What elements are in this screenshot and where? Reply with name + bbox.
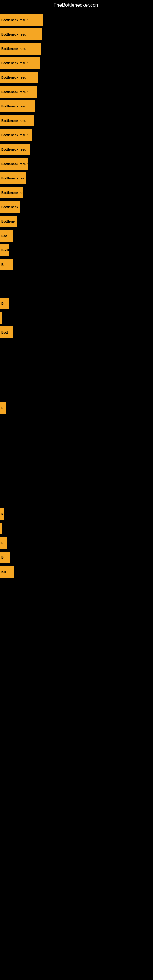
bar-label-3: Bottleneck result [1,47,29,51]
gap-2 [0,340,153,401]
bars-section: Bottleneck result Bottleneck result Bott… [0,10,153,579]
bar-row-14: Bottleneck r [0,200,153,215]
bottleneck-bar-12: Bottleneck res [0,172,26,184]
bar-row-7: Bottleneck result [0,99,153,114]
bar-row-5: Bottleneck result [0,70,153,85]
bar-label-23: E [1,512,3,516]
bar-row-27: Bo [0,565,153,579]
bar-row-4: Bottleneck result [0,56,153,70]
bar-row-10: Bottleneck result [0,142,153,157]
bottleneck-bar-6: Bottleneck result [0,86,37,98]
bar-row-13: Bottleneck re [0,186,153,200]
bar-label-1: Bottleneck result [1,18,29,22]
bar-label-19: B [1,302,4,305]
bar-row-25: E [0,536,153,550]
bottleneck-bar-18: B [0,259,13,270]
bar-label-17: Bottlen [1,248,9,252]
bar-row-11: Bottleneck result [0,157,153,171]
bottleneck-bar-23: E [0,508,4,520]
bar-label-14: Bottleneck r [1,205,20,209]
site-title: TheBottlenecker.com [0,0,153,10]
bar-row-19: B [0,296,153,311]
gap-1 [0,272,153,296]
bottleneck-bar-21: Bott [0,326,13,338]
bar-row-21: Bott [0,325,153,340]
bar-row-20 [0,311,153,325]
bottleneck-bar-7: Bottleneck result [0,100,35,112]
bottleneck-bar-2: Bottleneck result [0,29,42,40]
site-header: TheBottlenecker.com [0,0,153,10]
bottleneck-bar-26: B [0,552,10,563]
bar-row-16: Bot [0,229,153,243]
bar-label-6: Bottleneck result [1,90,29,94]
bottleneck-bar-15: Bottlene [0,216,16,227]
bar-label-2: Bottleneck result [1,32,29,36]
bar-row-3: Bottleneck result [0,41,153,56]
bar-row-8: Bottleneck result [0,114,153,128]
bottleneck-bar-22: E [0,402,5,414]
bar-row-17: Bottlen [0,243,153,258]
bar-label-8: Bottleneck result [1,119,29,123]
bar-label-10: Bottleneck result [1,148,29,151]
bar-label-18: B [1,263,4,266]
bottleneck-bar-24 [0,523,2,535]
bar-row-6: Bottleneck result [0,85,153,99]
bar-row-24 [0,522,153,536]
bar-label-16: Bot [1,234,7,238]
bar-label-9: Bottleneck result [1,133,29,137]
bottleneck-bar-10: Bottleneck result [0,144,30,155]
bottleneck-bar-16: Bot [0,230,13,242]
bar-label-27: Bo [1,570,6,574]
bar-row-26: B [0,550,153,565]
bottleneck-bar-20 [0,312,2,324]
bottleneck-bar-14: Bottleneck r [0,201,20,213]
bottleneck-bar-3: Bottleneck result [0,43,41,54]
bar-label-13: Bottleneck re [1,191,22,194]
bar-label-4: Bottleneck result [1,61,29,65]
bar-label-11: Bottleneck result [1,162,28,166]
bar-label-25: E [1,541,3,545]
bottleneck-bar-9: Bottleneck result [0,129,32,141]
bottleneck-bar-4: Bottleneck result [0,57,40,69]
bar-label-21: Bott [1,331,8,334]
bottleneck-bar-25: E [0,537,7,549]
bar-row-23: E [0,507,153,522]
bar-row-18: B [0,258,153,272]
bottleneck-bar-11: Bottleneck result [0,158,28,170]
bottleneck-bar-19: B [0,298,9,309]
bar-label-5: Bottleneck result [1,76,29,79]
bottleneck-bar-13: Bottleneck re [0,187,23,199]
bottleneck-bar-17: Bottlen [0,244,9,256]
bar-label-7: Bottleneck result [1,105,29,108]
bar-label-22: E [1,406,3,410]
bar-row-9: Bottleneck result [0,128,153,142]
bar-row-2: Bottleneck result [0,27,153,41]
bar-row-22: E [0,401,153,415]
bar-label-12: Bottleneck res [1,177,24,180]
gap-3 [0,415,153,507]
bottleneck-bar-5: Bottleneck result [0,72,38,83]
bar-row-15: Bottlene [0,215,153,229]
bottleneck-bar-8: Bottleneck result [0,115,33,126]
bottleneck-bar-27: Bo [0,566,14,578]
bar-row-1: Bottleneck result [0,13,153,27]
bar-label-26: B [1,555,4,559]
bar-label-15: Bottlene [1,220,15,223]
bar-row-12: Bottleneck res [0,171,153,186]
bottleneck-bar-1: Bottleneck result [0,14,43,26]
